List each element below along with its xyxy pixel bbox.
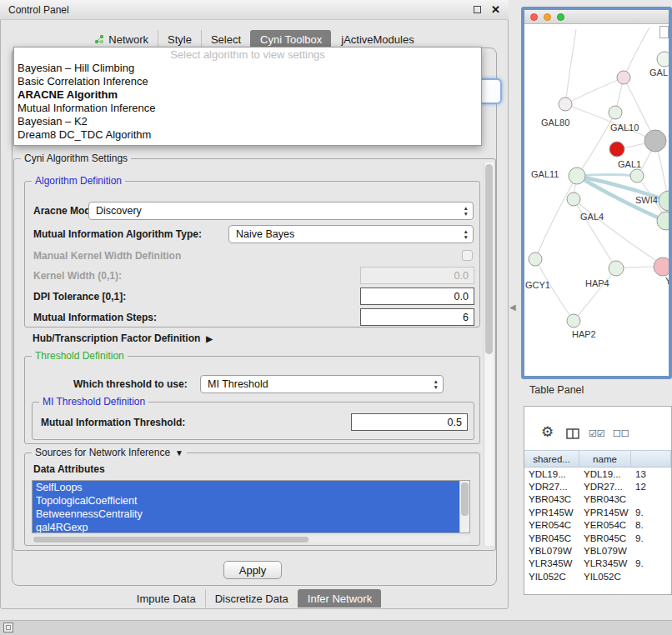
column-header-extra[interactable] <box>631 451 671 467</box>
aracne-mode-select[interactable]: Discovery ▲▼ <box>88 202 474 220</box>
cell[interactable]: 12 <box>631 480 671 492</box>
cell[interactable]: 9. <box>631 532 671 544</box>
clear-all-checks-icon[interactable]: ☐☐ <box>613 428 629 439</box>
dpi-tolerance-field[interactable] <box>360 288 474 305</box>
cell[interactable]: 8. <box>631 519 671 532</box>
network-canvas[interactable]: GAL80 GAL GAL10 GAL11 GAL1 SWI4 GAL4 GCY… <box>524 24 669 376</box>
cell[interactable]: YIL052C <box>524 570 579 582</box>
cell[interactable]: 9. <box>631 558 671 570</box>
network-node[interactable] <box>567 192 580 206</box>
cell[interactable]: YDL19... <box>579 468 631 480</box>
cell[interactable]: YPR145W <box>524 506 579 518</box>
table-row[interactable]: YIL052C YIL052C <box>524 570 671 582</box>
restore-panel-icon[interactable] <box>3 622 13 632</box>
cell[interactable]: YBR043C <box>524 493 579 506</box>
cell[interactable]: YDR27... <box>579 480 631 492</box>
window-zoom-button[interactable] <box>557 13 564 21</box>
settings-scrollbar[interactable] <box>484 162 494 546</box>
algorithm-option[interactable]: Mutual Information Inference <box>14 102 481 115</box>
attribute-item-selected[interactable]: BetweennessCentrality <box>33 508 469 521</box>
gear-icon[interactable]: ⚙ <box>541 423 554 441</box>
cell[interactable]: YDL19... <box>524 468 579 480</box>
table-row[interactable]: YDR27... YDR27... 12 <box>524 480 671 492</box>
network-node[interactable] <box>644 130 666 152</box>
columns-icon[interactable] <box>566 428 579 442</box>
cell[interactable]: 13 <box>631 468 671 480</box>
hub-transcription-section-header[interactable]: Hub/Transcription Factor Definition ▶ <box>33 332 213 344</box>
tab-jactivemodules[interactable]: jActiveModules <box>331 30 423 48</box>
mi-type-select[interactable]: Naive Bayes ▲▼ <box>228 225 474 243</box>
cell[interactable]: YBL079W <box>579 544 631 557</box>
table-row[interactable]: YBR043C YBR043C <box>524 493 671 506</box>
cell[interactable]: YBR043C <box>579 493 631 506</box>
cell[interactable] <box>631 544 671 557</box>
attributes-hscrollbar[interactable] <box>32 536 470 543</box>
attributes-scrollbar-thumb[interactable] <box>461 482 469 516</box>
splitter-collapse-icon[interactable]: ◀ <box>509 302 516 312</box>
which-threshold-select[interactable]: MI Threshold ▲▼ <box>200 375 444 393</box>
algorithm-option[interactable]: Dream8 DC_TDC Algorithm <box>14 128 481 142</box>
close-icon[interactable]: ✕ <box>491 4 500 15</box>
cell[interactable]: YLR345W <box>579 558 631 570</box>
table-row[interactable]: YDL19... YDL19... 13 <box>524 468 671 480</box>
network-node[interactable] <box>609 106 622 119</box>
select-all-checks-icon[interactable]: ☑☑ <box>589 428 605 439</box>
attribute-item-selected[interactable]: TopologicalCoefficient <box>33 494 469 508</box>
network-node[interactable] <box>609 261 624 276</box>
tab-select[interactable]: Select <box>201 30 250 48</box>
column-header-shared-name[interactable]: shared... <box>524 451 579 467</box>
attribute-item-selected[interactable]: gal4RGexp <box>33 521 469 533</box>
network-node[interactable] <box>559 98 572 111</box>
network-node[interactable] <box>657 212 669 230</box>
cell[interactable]: YBR045C <box>524 532 579 544</box>
cell[interactable]: YIL052C <box>579 570 631 582</box>
tab-network[interactable]: Network <box>85 30 158 48</box>
network-node[interactable] <box>569 168 585 184</box>
cell[interactable]: YER054C <box>524 519 579 532</box>
mi-threshold-field[interactable] <box>351 413 468 431</box>
algorithm-option[interactable]: Basic Correlation Inference <box>14 75 481 88</box>
tab-infer-network[interactable]: Infer Network <box>298 589 381 608</box>
algorithm-option-selected[interactable]: ARACNE Algorithm <box>14 88 481 102</box>
tab-discretize-data[interactable]: Discretize Data <box>205 589 298 608</box>
network-node[interactable] <box>617 71 630 84</box>
table-row[interactable]: YLR345W YLR345W 9. <box>524 558 671 570</box>
network-node[interactable] <box>654 258 669 276</box>
window-close-button[interactable] <box>530 13 538 21</box>
window-minimize-button[interactable] <box>544 13 551 21</box>
network-node[interactable] <box>659 191 669 211</box>
cell[interactable]: YER054C <box>579 519 631 532</box>
apply-button[interactable]: Apply <box>223 561 282 579</box>
network-scroll-button[interactable] <box>659 26 669 38</box>
cell[interactable]: YBL079W <box>524 544 579 557</box>
attributes-scrollbar[interactable] <box>459 481 469 532</box>
network-node[interactable] <box>567 314 580 328</box>
cell[interactable]: YPR145W <box>579 506 631 518</box>
table-row[interactable]: YBR045C YBR045C 9. <box>524 532 671 544</box>
tab-impute-data[interactable]: Impute Data <box>128 589 205 608</box>
cell[interactable]: YDR27... <box>524 480 579 492</box>
cell[interactable] <box>631 570 671 582</box>
cell[interactable]: 9. <box>631 506 671 518</box>
network-node[interactable] <box>657 52 669 67</box>
table-row[interactable]: YER054C YER054C 8. <box>524 519 671 532</box>
sources-group-header[interactable]: Sources for Network Inference ▼ <box>32 447 187 458</box>
settings-scrollbar-thumb[interactable] <box>485 164 493 354</box>
float-window-icon[interactable] <box>474 6 481 13</box>
mi-steps-field[interactable] <box>360 308 474 326</box>
tab-cyni-toolbox[interactable]: Cyni Toolbox <box>250 30 331 48</box>
algorithm-option[interactable]: Bayesian – K2 <box>14 115 481 128</box>
cell[interactable] <box>631 493 671 506</box>
attribute-item-selected[interactable]: SelfLoops <box>33 481 469 494</box>
attributes-hscrollbar-thumb[interactable] <box>33 537 308 542</box>
tab-style[interactable]: Style <box>158 30 201 48</box>
network-node[interactable] <box>529 252 542 266</box>
network-node[interactable] <box>630 169 644 182</box>
cell[interactable]: YLR345W <box>524 558 579 570</box>
table-row[interactable]: YBL079W YBL079W <box>524 544 671 557</box>
algorithm-option[interactable]: Bayesian – Hill Climbing <box>14 62 481 75</box>
table-row[interactable]: YPR145W YPR145W 9. <box>524 506 671 518</box>
network-node[interactable] <box>609 142 624 157</box>
column-header-name[interactable]: name <box>579 451 631 467</box>
cell[interactable]: YBR045C <box>579 532 631 544</box>
